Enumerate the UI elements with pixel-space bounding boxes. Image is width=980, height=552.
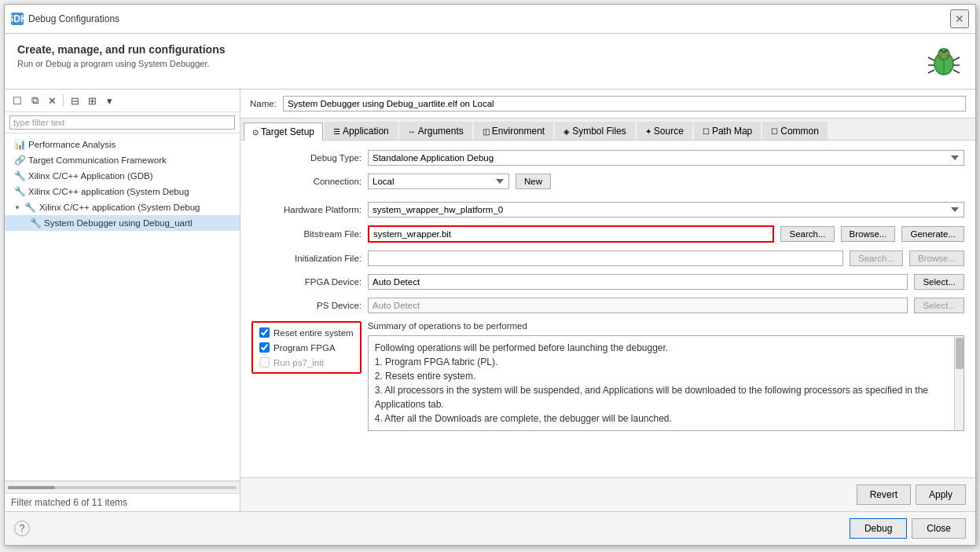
sidebar-item-cgdb[interactable]: 🔧 Xilinx C/C++ Application (GDB) [5, 168, 240, 184]
tab-target-setup[interactable]: ⊙ Target Setup [244, 122, 323, 141]
apply-button[interactable]: Apply [916, 484, 966, 505]
fpga-device-row: FPGA Device: Select... [251, 274, 964, 290]
tabs-bar: ⊙ Target Setup ☰ Application ↔ Arguments… [240, 119, 975, 141]
filter-status: Filter matched 6 of 11 items [11, 497, 127, 508]
sidebar-item-sysdebug2[interactable]: ▼ 🔧 Xilinx C/C++ application (System Deb… [5, 199, 240, 215]
tab-source[interactable]: ✦ Source [637, 122, 692, 140]
tab-symbol-files[interactable]: ◈ Symbol Files [555, 122, 635, 140]
sidebar-filter [5, 112, 240, 133]
tab-application[interactable]: ☰ Application [325, 122, 398, 140]
bitstream-browse-button[interactable]: Browse... [841, 226, 896, 242]
sidebar-scrollbar[interactable] [5, 481, 240, 493]
sysdebug2-icon: 🔧 [25, 202, 36, 213]
fpga-device-input[interactable] [368, 274, 908, 290]
init-search-button[interactable]: Search... [850, 250, 903, 266]
summary-text: Following operations will be performed b… [375, 342, 928, 424]
new-connection-button[interactable]: New [516, 174, 551, 189]
hardware-platform-row: Hardware Platform: system_wrapper_hw_pla… [251, 202, 964, 218]
dialog-title: Debug Configurations [28, 13, 119, 24]
dialog-header: Create, manage, and run configurations R… [5, 34, 975, 90]
svg-point-12 [945, 54, 949, 57]
tab-arguments[interactable]: ↔ Arguments [399, 122, 472, 140]
ps-device-label: PS Device: [251, 301, 362, 310]
run-ps7init-checkbox[interactable] [259, 357, 270, 367]
svg-point-1 [938, 49, 949, 60]
svg-point-11 [939, 54, 942, 57]
name-row: Name: [240, 90, 975, 119]
collapse-all-button[interactable]: ⊞ [84, 93, 100, 108]
ps-device-input[interactable] [368, 298, 908, 313]
filter-button[interactable]: ⊟ [67, 93, 83, 108]
ps-select-button[interactable]: Select... [914, 298, 964, 313]
run-ps7init-label: Run ps7_init [273, 358, 324, 367]
help-button[interactable]: ? [14, 521, 30, 536]
sidebar-footer: Filter matched 6 of 11 items [5, 493, 240, 511]
sidebar-item-performance[interactable]: 📊 Performance Analysis [5, 137, 240, 152]
tab-common[interactable]: ☐ Common [762, 122, 828, 140]
svg-line-4 [928, 57, 934, 60]
init-file-row: Initialization File: Search... Browse... [251, 250, 964, 266]
delete-config-button[interactable]: ✕ [44, 93, 60, 108]
sdk-icon: SDK [11, 13, 24, 25]
sidebar-item-sysdebug1[interactable]: 🔧 Xilinx C/C++ application (System Debug [5, 184, 240, 199]
sidebar-item-system-debugger[interactable]: 🔧 System Debugger using Debug_uartl [5, 215, 240, 231]
ps-device-row: PS Device: Select... [251, 298, 964, 313]
connection-label: Connection: [251, 177, 362, 186]
reset-system-label: Reset entire system [273, 328, 354, 338]
bitstream-file-input[interactable] [368, 225, 774, 243]
debug-type-row: Debug Type: Standalone Application Debug… [251, 150, 964, 166]
bitstream-search-button[interactable]: Search... [780, 226, 834, 242]
init-browse-button[interactable]: Browse... [909, 250, 964, 266]
sidebar: ☐ ⧉ ✕ ⊟ ⊞ ▾ 📊 Performance Analysis 🔗 Tar… [5, 90, 240, 511]
sidebar-items: 📊 Performance Analysis 🔗 Target Communic… [5, 133, 240, 481]
tab-environment[interactable]: ◫ Environment [474, 122, 553, 140]
program-fpga-label: Program FPGA [273, 343, 336, 353]
debug-type-select[interactable]: Standalone Application Debug Linux Appli… [368, 150, 964, 166]
cgdb-icon: 🔧 [14, 170, 25, 181]
bitstream-generate-button[interactable]: Generate... [901, 226, 964, 242]
connection-select[interactable]: Local [368, 174, 509, 189]
checkboxes-box: Reset entire system Program FPGA Run ps7… [251, 321, 362, 374]
reset-system-checkbox[interactable] [259, 327, 270, 338]
main-panel: Name: ⊙ Target Setup ☰ Application ↔ Arg… [240, 90, 975, 511]
debug-button[interactable]: Debug [850, 518, 907, 539]
dialog-close-button[interactable]: Close [912, 518, 966, 539]
hardware-platform-select[interactable]: system_wrapper_hw_platform_0 [368, 202, 964, 218]
panel-content: Debug Type: Standalone Application Debug… [240, 141, 975, 477]
init-file-label: Initialization File: [251, 254, 362, 263]
close-button[interactable]: ✕ [950, 9, 969, 28]
svg-line-6 [928, 70, 934, 73]
bitstream-file-row: Bitstream File: Search... Browse... Gene… [251, 225, 964, 243]
hardware-platform-label: Hardware Platform: [251, 205, 362, 214]
header-subtitle: Run or Debug a program using System Debu… [17, 59, 226, 68]
init-file-input[interactable] [368, 250, 843, 266]
connection-row: Connection: Local New [251, 174, 964, 189]
expand-icon: ▼ [14, 204, 20, 211]
dialog-footer: ? Debug Close [5, 511, 975, 545]
sysdebug1-icon: 🔧 [14, 186, 25, 197]
revert-button[interactable]: Revert [857, 484, 911, 505]
reset-system-row: Reset entire system [259, 327, 354, 338]
program-fpga-checkbox[interactable] [259, 342, 270, 353]
sidebar-item-tcf[interactable]: 🔗 Target Communication Framework [5, 152, 240, 168]
tcf-icon: 🔗 [14, 155, 25, 166]
duplicate-config-button[interactable]: ⧉ [27, 93, 42, 108]
performance-icon: 📊 [14, 139, 25, 150]
name-label: Name: [250, 99, 277, 108]
new-config-button[interactable]: ☐ [9, 93, 25, 108]
fpga-device-label: FPGA Device: [251, 277, 362, 287]
bitstream-file-label: Bitstream File: [251, 229, 362, 239]
svg-line-9 [953, 70, 960, 73]
filter-input[interactable] [9, 115, 235, 130]
operations-area: Reset entire system Program FPGA Run ps7… [251, 321, 964, 431]
summary-box: Following operations will be performed b… [368, 335, 964, 431]
header-title: Create, manage, and run configurations [17, 43, 226, 56]
fpga-select-button[interactable]: Select... [914, 274, 964, 290]
dialog-body: ☐ ⧉ ✕ ⊟ ⊞ ▾ 📊 Performance Analysis 🔗 Tar… [5, 90, 975, 511]
bug-icon [925, 43, 963, 81]
system-debugger-icon: 🔧 [30, 218, 41, 228]
summary-scrollbar[interactable] [954, 336, 963, 430]
name-input[interactable] [283, 96, 966, 111]
more-button[interactable]: ▾ [101, 93, 117, 108]
tab-path-map[interactable]: ☐ Path Map [694, 122, 761, 140]
